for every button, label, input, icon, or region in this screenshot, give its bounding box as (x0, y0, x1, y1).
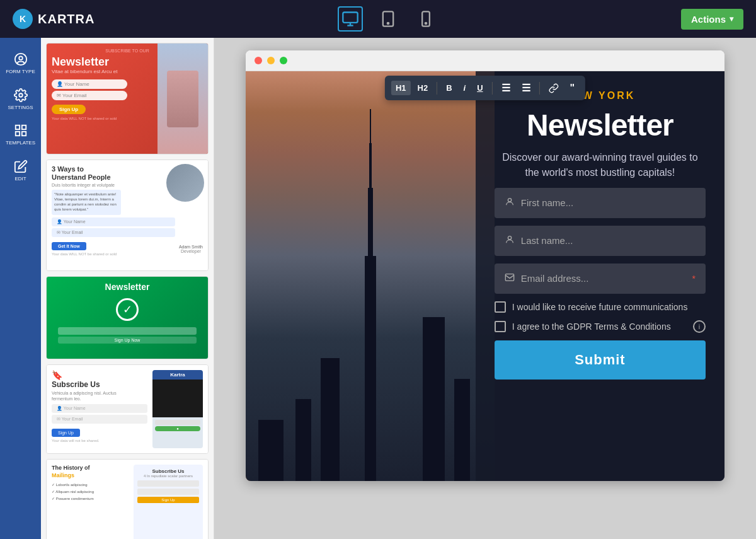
browser-close-dot (255, 57, 262, 64)
svg-point-4 (387, 23, 389, 24)
gdpr-info-icon[interactable]: i (693, 320, 706, 333)
tmpl2-person-photo (166, 164, 204, 202)
nyc-background-photo (246, 71, 495, 481)
lastname-field[interactable]: Last name... (495, 226, 706, 256)
newsletter-content: NEW YORK Newsletter Discover our award-w… (246, 71, 724, 481)
svg-point-8 (19, 56, 23, 60)
newsletter-title: Newsletter (495, 109, 706, 142)
email-icon (505, 272, 515, 285)
svg-point-9 (19, 93, 23, 97)
tmpl2-email-field: ✉ Your Email (52, 228, 175, 237)
tmpl5-signup-btn: Sign Up (137, 497, 199, 503)
toolbar-bold-button[interactable]: B (442, 81, 456, 95)
toolbar-link-button[interactable] (544, 81, 563, 96)
newsletter-description: Discover our award-winning travel guides… (495, 150, 706, 180)
checkbox1-label: I would like to receive future communica… (512, 302, 688, 312)
actions-label: Actions (691, 14, 726, 25)
toolbar-ordered-list-button[interactable]: ☰ (517, 79, 535, 96)
browser-maximize-dot (280, 57, 287, 64)
sidebar-label-settings: SETTINGS (8, 105, 33, 111)
toolbar-divider-3 (539, 82, 540, 95)
tmpl1-person-photo (158, 43, 208, 154)
tmpl4-kartra-preview: Kartra ● (152, 370, 203, 448)
svg-rect-10 (15, 125, 19, 129)
tmpl1-signup-btn: Sign Up (52, 105, 86, 114)
main-content-area: H1 H2 B i U ☰ ☰ " (214, 38, 756, 539)
templates-panel: SUBSCRIBE TO OUR Newsletter Vitae at bib… (41, 38, 214, 539)
template-card-5[interactable]: The History ofMailings ✓ LobortIs adipis… (46, 459, 209, 539)
tmpl2-name-field: 👤 Your Name (52, 217, 175, 226)
brand-name: KARTRA (38, 12, 94, 26)
email-field[interactable]: Email address... * (495, 264, 706, 294)
tmpl3-checkmark-icon: ✓ (116, 298, 139, 321)
tmpl2-getit-btn: Get It Now (52, 242, 86, 250)
tmpl2-note: Your data WILL NOT be shared or sold (52, 252, 175, 256)
toolbar-h1-button[interactable]: H1 (391, 81, 411, 95)
desktop-view-button[interactable] (338, 6, 363, 32)
tmpl2-person-name: Adam SmithDeveloper (179, 245, 203, 256)
left-sidebar: FORM TYPE SETTINGS TEMPLATES (0, 38, 41, 539)
template-card-2[interactable]: 3 Ways to Unerstand People Duis lobortis… (46, 159, 209, 271)
device-selector (338, 6, 438, 32)
email-placeholder: Email address... (521, 273, 589, 284)
tmpl5-name-field (137, 480, 199, 487)
checkbox-communications[interactable]: I would like to receive future communica… (495, 301, 706, 313)
checkbox-box-1[interactable] (495, 301, 506, 313)
svg-rect-12 (15, 132, 19, 136)
sidebar-label-templates: TEMPLATES (6, 140, 35, 146)
top-navigation: K KARTRA Actions ▾ (0, 0, 756, 38)
person-icon (505, 197, 515, 209)
sidebar-label-form-type: FORM TYPE (6, 69, 35, 75)
template-card-4[interactable]: 🔖 Subscribe Us Vehicula a adipiscing nis… (46, 364, 209, 454)
toolbar-quote-button[interactable]: " (566, 80, 580, 96)
tmpl5-email-field (137, 489, 199, 495)
tablet-view-button[interactable] (375, 6, 401, 32)
template-card-3[interactable]: Newsletter ✓ Sign Up Now (46, 276, 209, 359)
tmpl5-right-subtitle: 4 In repudiate scalar partners (137, 474, 199, 478)
tmpl4-email-field: ✉ Your Email (52, 415, 147, 424)
required-marker: * (692, 274, 696, 284)
svg-rect-13 (21, 132, 25, 136)
browser-minimize-dot (267, 57, 275, 64)
tmpl4-title: Subscribe Us (52, 380, 147, 389)
tmpl5-title: The History ofMailings (52, 465, 130, 479)
sidebar-item-templates[interactable]: TEMPLATES (3, 119, 38, 151)
tmpl4-signup-btn: Sign Up (52, 429, 80, 437)
kartra-logo-icon: K (13, 9, 33, 29)
main-layout: FORM TYPE SETTINGS TEMPLATES (0, 38, 756, 539)
sidebar-item-form-type[interactable]: FORM TYPE (3, 47, 38, 80)
lastname-placeholder: Last name... (521, 235, 573, 246)
sidebar-item-settings[interactable]: SETTINGS (3, 83, 38, 116)
tmpl4-name-field: 👤 Your Name (52, 404, 147, 413)
newsletter-form-panel: NEW YORK Newsletter Discover our award-w… (476, 71, 724, 481)
tmpl4-bookmark-icon: 🔖 (52, 370, 147, 380)
svg-rect-0 (343, 13, 357, 23)
toolbar-italic-button[interactable]: i (459, 81, 471, 95)
tmpl3-title: Newsletter (52, 282, 203, 292)
browser-window: H1 H2 B i U ☰ ☰ " (246, 50, 724, 481)
tmpl3-signup-btn: Sign Up Now (58, 337, 197, 344)
toolbar-unordered-list-button[interactable]: ☰ (497, 79, 515, 96)
text-toolbar: H1 H2 B i U ☰ ☰ " (385, 76, 585, 100)
person-icon-2 (505, 235, 515, 247)
svg-point-6 (425, 23, 427, 24)
svg-rect-16 (505, 274, 513, 281)
tmpl2-quote: "Note aliquamper et vestibulum ante! Vit… (52, 190, 121, 214)
actions-button[interactable]: Actions ▾ (681, 9, 743, 30)
tmpl4-note: Your data will not be shared. (52, 439, 147, 443)
checkbox-box-2[interactable] (495, 321, 506, 332)
toolbar-underline-button[interactable]: U (472, 81, 487, 95)
sidebar-item-edit[interactable]: EDIT (3, 154, 38, 187)
tmpl2-title: 3 Ways to Unerstand People (52, 165, 115, 182)
mobile-view-button[interactable] (413, 6, 438, 32)
toolbar-divider-2 (492, 82, 493, 95)
svg-rect-11 (21, 125, 25, 129)
firstname-field[interactable]: First name... (495, 188, 706, 218)
template-card-1[interactable]: SUBSCRIBE TO OUR Newsletter Vitae at bib… (46, 43, 209, 154)
checkbox-gdpr[interactable]: I agree to the GDPR Terms & Conditions i (495, 320, 706, 333)
submit-button[interactable]: Submit (495, 340, 706, 380)
tmpl5-right-title: Subscribe Us (137, 468, 199, 474)
checkbox2-label: I agree to the GDPR Terms & Conditions (512, 322, 671, 332)
firstname-placeholder: First name... (521, 197, 573, 208)
toolbar-h2-button[interactable]: H2 (413, 81, 433, 95)
